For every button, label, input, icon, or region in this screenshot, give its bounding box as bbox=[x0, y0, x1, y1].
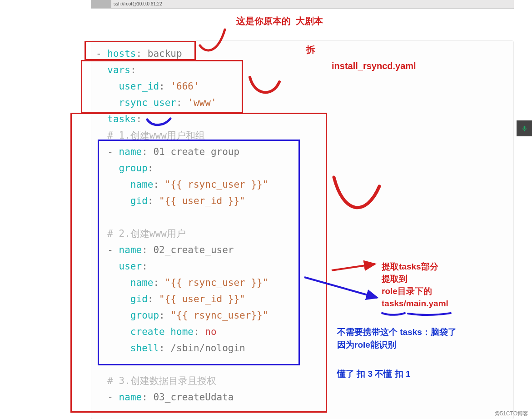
annotation-extract: 提取tasks部分 提取到 role目录下的 tasks/main.yaml bbox=[382, 260, 448, 309]
microphone-button[interactable] bbox=[517, 120, 532, 136]
microphone-icon bbox=[521, 125, 528, 133]
annotation-note1: 不需要携带这个 tasks：脑袋了 因为role能识别 bbox=[337, 326, 457, 351]
ssh-tab: ssh://root@10.0.0.61:22 bbox=[91, 0, 514, 9]
annotation-note2: 懂了 扣 3 不懂 扣 1 bbox=[337, 368, 411, 380]
ssh-text: ssh://root@10.0.0.61:22 bbox=[114, 1, 162, 6]
annotation-chai: 拆 bbox=[306, 44, 315, 56]
rect-tasks-inner bbox=[98, 140, 300, 365]
watermark: @51CTO博客 bbox=[494, 410, 528, 418]
rect-hosts bbox=[85, 41, 196, 60]
rect-vars bbox=[81, 60, 243, 113]
annotation-original: 这是你原本的 大剧本 bbox=[236, 15, 323, 27]
annotation-filename: install_rsyncd.yaml bbox=[332, 61, 416, 71]
